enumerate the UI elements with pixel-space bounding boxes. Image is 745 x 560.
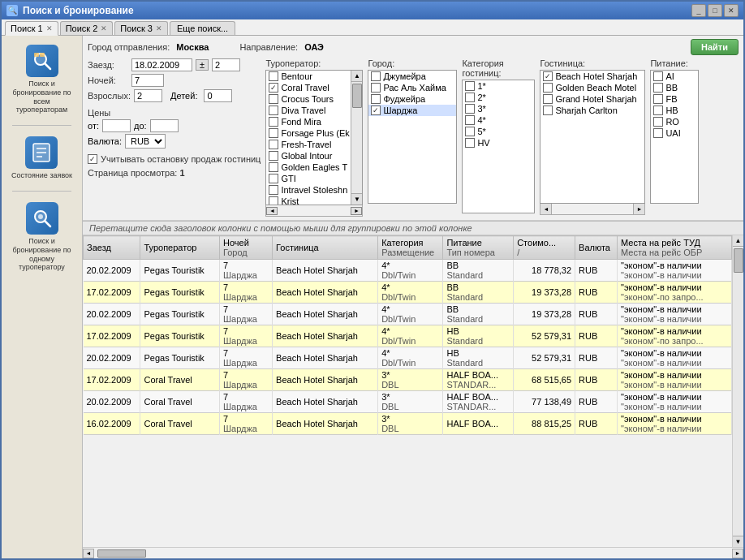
operator-cb-diva[interactable]	[269, 106, 278, 115]
operator-item-gti[interactable]: GTI	[266, 173, 351, 184]
operator-item-diva[interactable]: Diva Travel	[266, 105, 351, 116]
cat-cb-5star[interactable]	[465, 127, 475, 136]
city-cb-fujdei[interactable]	[371, 94, 381, 104]
tab-search2-close[interactable]: ✕	[101, 24, 107, 32]
operators-hscroll-right[interactable]: ►	[351, 207, 362, 215]
operator-item-crocus[interactable]: Crocus Tours	[266, 93, 351, 105]
results-hscroll-left[interactable]: ◄	[83, 549, 94, 558]
sidebar-item-search-all[interactable]: Поиск и бронирование по всем туроператор…	[5, 41, 79, 118]
hotel-cb-carlton[interactable]	[543, 106, 553, 115]
operator-cb-intravel[interactable]	[269, 185, 278, 195]
minimize-button[interactable]: _	[691, 4, 706, 17]
hotels-hscroll-left[interactable]: ◄	[540, 204, 552, 214]
cat-item-5star[interactable]: 5*	[463, 126, 534, 137]
city-item-dzhum[interactable]: Джумейра	[368, 71, 456, 82]
tab-more[interactable]: Еще поиск...	[170, 21, 235, 35]
currency-select[interactable]: RUB	[125, 134, 166, 149]
operator-item-bentour[interactable]: Bentour	[266, 71, 351, 82]
meal-cb-fb[interactable]	[653, 94, 663, 104]
operator-item-coral[interactable]: Coral Travel	[266, 82, 351, 93]
cat-cb-4star[interactable]	[465, 115, 475, 125]
sidebar-item-search-one[interactable]: Поиск и бронирование по одному туроперат…	[5, 198, 79, 276]
hotel-item-carlton[interactable]: Sharjah Carlton	[540, 105, 644, 116]
cat-item-hv[interactable]: HV	[463, 137, 534, 149]
city-item-sharja[interactable]: Шарджа	[368, 105, 456, 116]
meal-cb-ai[interactable]	[653, 71, 663, 81]
nights-input[interactable]	[131, 74, 164, 87]
results-table[interactable]: Заезд Туроператор Ночей Город	[83, 235, 732, 547]
operator-cb-crocus[interactable]	[269, 94, 278, 104]
table-row[interactable]: 20.02.2009 Pegas Touristik 7 Шарджа Beac…	[84, 304, 732, 325]
city-cb-ras[interactable]	[371, 83, 381, 93]
table-row[interactable]: 16.02.2009 Coral Travel 7 Шарджа Beach H…	[84, 413, 732, 435]
col-date[interactable]: Заезд	[84, 236, 140, 260]
date-input[interactable]	[131, 58, 192, 71]
tab-search1[interactable]: Поиск 1 ✕	[5, 21, 58, 36]
meal-item-uai[interactable]: UAI	[651, 127, 698, 139]
operator-item-forsage[interactable]: Forsage Plus (Ek	[266, 127, 351, 139]
operators-scroll-down[interactable]: ▼	[351, 193, 362, 205]
meal-cb-hb[interactable]	[653, 106, 663, 115]
meal-item-hb[interactable]: HB	[651, 105, 698, 116]
operator-cb-golden[interactable]	[269, 162, 278, 172]
operator-cb-fond[interactable]	[269, 117, 278, 127]
cat-item-1star[interactable]: 1*	[463, 80, 534, 92]
operators-scroll-up[interactable]: ▲	[351, 71, 362, 82]
operator-item-intravel[interactable]: Intravel Stoleshn	[266, 184, 351, 196]
date-days-input[interactable]	[212, 58, 240, 71]
close-button[interactable]: ✕	[724, 4, 739, 17]
col-operator[interactable]: Туроператор	[140, 236, 220, 260]
table-row[interactable]: 20.02.2009 Pegas Touristik 7 Шарджа Beac…	[84, 260, 732, 282]
hotel-item-golden[interactable]: Golden Beach Motel	[540, 82, 644, 93]
cat-item-3star[interactable]: 3*	[463, 103, 534, 114]
operator-item-fond[interactable]: Fond Mira	[266, 116, 351, 127]
operator-item-fresh[interactable]: Fresh-Travel	[266, 139, 351, 150]
results-scroll-up[interactable]: ▲	[733, 235, 743, 247]
children-input[interactable]	[204, 89, 232, 102]
meal-cb-bb[interactable]	[653, 83, 663, 93]
tab-search3-close[interactable]: ✕	[156, 24, 162, 32]
tab-search2[interactable]: Поиск 2 ✕	[60, 21, 114, 35]
hotel-item-beach[interactable]: Beach Hotel Sharjah	[540, 71, 644, 82]
operator-cb-bentour[interactable]	[269, 71, 278, 81]
operator-item-global[interactable]: Global Intour	[266, 150, 351, 162]
col-nights[interactable]: Ночей Город	[220, 236, 273, 260]
cat-item-4star[interactable]: 4*	[463, 114, 534, 126]
meal-item-fb[interactable]: FB	[651, 93, 698, 105]
date-plus-btn[interactable]: ±	[196, 59, 209, 71]
table-row[interactable]: 17.02.2009 Pegas Touristik 7 Шарджа Beac…	[84, 325, 732, 347]
city-item-ras[interactable]: Рас Аль Хайма	[368, 82, 456, 93]
cat-item-2star[interactable]: 2*	[463, 92, 534, 103]
col-cost[interactable]: Стоимо... /	[514, 236, 575, 260]
tab-search3[interactable]: Поиск 3 ✕	[114, 21, 168, 35]
col-meal[interactable]: Питание Тип номера	[443, 236, 514, 260]
meal-cb-uai[interactable]	[653, 128, 663, 138]
operator-cb-coral[interactable]	[269, 83, 278, 93]
cat-cb-1star[interactable]	[465, 81, 475, 91]
operators-hscroll-left[interactable]: ◄	[266, 207, 278, 215]
table-row[interactable]: 17.02.2009 Pegas Touristik 7 Шарджа Beac…	[84, 282, 732, 304]
include-stops-checkbox[interactable]	[88, 154, 97, 164]
meal-item-bb[interactable]: BB	[651, 82, 698, 93]
operator-cb-global[interactable]	[269, 151, 278, 161]
hotel-cb-grand[interactable]	[543, 94, 553, 104]
price-from-input[interactable]	[102, 119, 131, 132]
sidebar-item-orders[interactable]: Состояние заявок	[7, 132, 76, 184]
hotel-cb-beach[interactable]	[543, 71, 553, 81]
col-currency[interactable]: Валюта	[575, 236, 618, 260]
meal-cb-ro[interactable]	[653, 117, 663, 127]
operator-cb-krist[interactable]	[269, 196, 278, 205]
results-hscroll-right[interactable]: ►	[732, 549, 743, 558]
adults-input[interactable]	[134, 89, 162, 102]
table-row[interactable]: 20.02.2009 Pegas Touristik 7 Шарджа Beac…	[84, 347, 732, 369]
table-row[interactable]: 17.02.2009 Coral Travel 7 Шарджа Beach H…	[84, 369, 732, 391]
find-button[interactable]: Найти	[691, 39, 739, 55]
operator-item-golden[interactable]: Golden Eagles T	[266, 162, 351, 173]
city-cb-sharja[interactable]	[371, 106, 381, 115]
cat-cb-hv[interactable]	[465, 138, 475, 148]
price-to-input[interactable]	[150, 119, 179, 132]
cat-cb-3star[interactable]	[465, 104, 475, 114]
operator-cb-forsage[interactable]	[269, 128, 278, 138]
table-row[interactable]: 20.02.2009 Coral Travel 7 Шарджа Beach H…	[84, 391, 732, 413]
city-item-fujdei[interactable]: Фуджейра	[368, 93, 456, 105]
